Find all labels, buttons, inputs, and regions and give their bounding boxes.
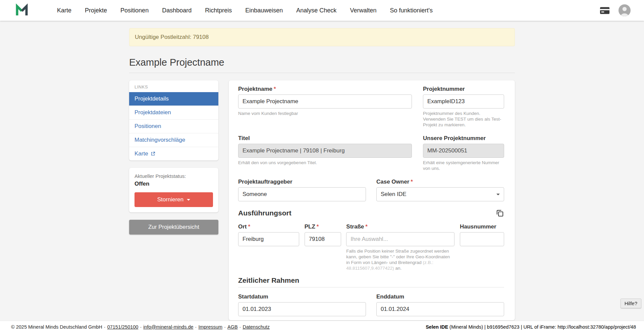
projektname-input[interactable] (238, 94, 412, 109)
footer-left: © 2025 Mineral Minds Deutschland GmbH · … (11, 324, 270, 330)
required-marker: * (248, 223, 251, 230)
sidebar-item-label: Positionen (135, 123, 161, 130)
strasse-helper: Falls die Position keiner Straße zugeord… (346, 248, 454, 271)
copyright-text: © 2025 Mineral Minds Deutschland GmbH (11, 324, 102, 330)
required-marker: * (411, 179, 413, 185)
case-owner-label: Case Owner* (376, 179, 504, 185)
projektnummer-helper: Projektnummer des Kunden. Verwenden Sie … (423, 111, 504, 128)
top-navbar: Karte Projekte Positionen Dashboard Rich… (0, 0, 644, 21)
sidebar-item-label: Matchingvorschläge (135, 137, 185, 143)
titel-label: Titel (238, 135, 412, 142)
case-owner-selected-value: Selen IDE (381, 191, 407, 198)
ort-label: Ort* (238, 223, 299, 230)
footer: © 2025 Mineral Minds Deutschland GmbH · … (0, 321, 644, 333)
case-owner-select[interactable]: Selen IDE (376, 187, 504, 201)
plz-label: PLZ* (305, 223, 341, 230)
sidebar-item-label: Karte (135, 150, 148, 157)
unsere-projektnummer-label: Unsere Projektnummer (423, 135, 504, 142)
footer-link-agb[interactable]: AGB (227, 324, 238, 330)
projektname-helper: Name vom Kunden festlegbar (238, 111, 412, 116)
projektauftraggeber-input[interactable] (238, 187, 366, 201)
credit-card-icon[interactable] (600, 7, 610, 14)
page-title: Example Projectname (129, 57, 515, 68)
sidebar-item-label: Projektdetails (135, 95, 169, 102)
nav-item-positionen[interactable]: Positionen (114, 0, 155, 21)
footer-session-details: (Mineral Minds) | b91695ed7623 | URL of … (448, 324, 636, 330)
alert-warning: Ungültige Postleitzahl: 79108 (129, 28, 515, 46)
strasse-input[interactable] (346, 232, 454, 246)
project-overview-button[interactable]: Zur Projektübersicht (129, 220, 218, 235)
user-avatar[interactable] (619, 4, 631, 16)
stornieren-button[interactable]: Stornieren (135, 192, 213, 207)
separator-dot: · (224, 324, 226, 330)
nav-menu: Karte Projekte Positionen Dashboard Rich… (50, 0, 600, 21)
plz-input[interactable] (305, 232, 341, 246)
nav-item-so-funktionierts[interactable]: So funktioniert's (383, 0, 439, 21)
sidebar-item-label: Projektdateien (135, 109, 171, 116)
status-label: Aktueller Projektstatus: (135, 173, 213, 179)
ort-input[interactable] (238, 232, 299, 246)
status-badge: Offen (135, 181, 213, 187)
nav-item-analyse-check[interactable]: Analyse Check (289, 0, 343, 21)
unsere-projektnummer-helper: Erhält eine systemgenerierte Nummer von … (423, 160, 504, 171)
separator-dot: · (239, 324, 241, 330)
enddatum-label: Enddatum (376, 293, 504, 300)
project-form-card: Projektname* Name vom Kunden festlegbar … (229, 80, 515, 320)
footer-session-info: Selen IDE (Mineral Minds) | b91695ed7623… (426, 324, 636, 330)
projektnummer-label: Projektnummer (423, 86, 504, 92)
footer-link-impressum[interactable]: Impressum (198, 324, 222, 330)
required-marker: * (317, 223, 319, 230)
projektname-label: Projektname* (238, 86, 412, 92)
separator-dot: · (104, 324, 106, 330)
status-card: Aktueller Projektstatus: Offen Storniere… (129, 168, 218, 212)
links-card: LINKS Projektdetails Projektdateien Posi… (129, 80, 218, 160)
footer-user: Selen IDE (426, 324, 448, 330)
separator-dot: · (140, 324, 142, 330)
links-header: LINKS (129, 80, 218, 92)
sidebar-item-matchingvorschlaege[interactable]: Matchingvorschläge (129, 133, 218, 147)
titel-input (238, 144, 412, 158)
title-divider (129, 73, 515, 73)
sidebar-item-positionen[interactable]: Positionen (129, 119, 218, 133)
app-logo[interactable] (15, 3, 29, 17)
sidebar-item-karte[interactable]: Karte (129, 147, 218, 160)
footer-link-email[interactable]: info@mineral-minds.de (143, 324, 193, 330)
nav-item-projekte[interactable]: Projekte (78, 0, 114, 21)
strasse-label: Straße* (346, 223, 454, 230)
required-marker: * (274, 86, 276, 92)
startdatum-label: Startdatum (238, 293, 366, 300)
external-link-icon (151, 151, 155, 156)
chevron-down-icon (496, 194, 500, 195)
enddatum-input[interactable] (376, 302, 504, 316)
stornieren-button-label: Stornieren (157, 196, 183, 203)
sidebar: LINKS Projektdetails Projektdateien Posi… (129, 80, 218, 235)
hausnummer-input[interactable] (460, 232, 504, 246)
sidebar-item-projektdateien[interactable]: Projektdateien (129, 106, 218, 119)
projektauftraggeber-label: Projektauftraggeber (238, 179, 366, 185)
footer-link-phone[interactable]: 07151/250100 (107, 324, 139, 330)
separator-dot: · (195, 324, 197, 330)
hausnummer-label: Hausnummer (460, 223, 504, 230)
nav-item-karte[interactable]: Karte (50, 0, 78, 21)
section-divider (238, 287, 504, 287)
footer-link-datenschutz[interactable]: Datenschutz (243, 324, 270, 330)
nav-item-richtpreis[interactable]: Richtpreis (198, 0, 238, 21)
zeitlicher-rahmen-heading: Zeitlicher Rahmen (238, 276, 504, 284)
help-button[interactable]: Hilfe? (621, 298, 641, 308)
nav-item-einbauweisen[interactable]: Einbauweisen (238, 0, 289, 21)
ausfuehrungsort-heading: Ausführungsort (238, 209, 291, 217)
sidebar-item-projektdetails[interactable]: Projektdetails (129, 92, 218, 106)
nav-item-verwalten[interactable]: Verwalten (343, 0, 383, 21)
titel-helper: Erhält den von uns vorgegebenen Titel. (238, 160, 412, 165)
startdatum-input[interactable] (238, 302, 366, 316)
required-marker: * (365, 223, 368, 230)
nav-item-dashboard[interactable]: Dashboard (155, 0, 198, 21)
copy-icon[interactable] (495, 209, 504, 217)
projektnummer-input[interactable] (423, 94, 504, 109)
unsere-projektnummer-input (423, 144, 504, 158)
chevron-down-icon (187, 199, 190, 201)
navbar-right (600, 4, 631, 16)
